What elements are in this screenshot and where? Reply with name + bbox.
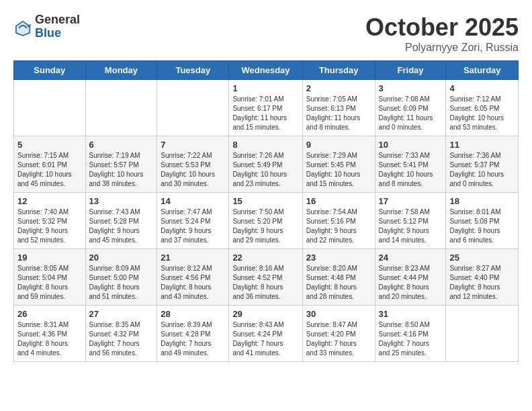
location-subtitle: Polyarnyye Zori, Russia <box>365 42 519 54</box>
calendar-cell: 3Sunrise: 7:08 AM Sunset: 6:09 PM Daylig… <box>375 80 446 136</box>
calendar-week-row: 19Sunrise: 8:05 AM Sunset: 5:04 PM Dayli… <box>14 249 519 306</box>
page-header: General Blue October 2025 Polyarnyye Zor… <box>13 13 519 54</box>
calendar-cell: 26Sunrise: 8:31 AM Sunset: 4:36 PM Dayli… <box>14 306 86 362</box>
day-info: Sunrise: 8:12 AM Sunset: 4:56 PM Dayligh… <box>161 264 225 302</box>
day-number: 10 <box>379 140 443 150</box>
day-number: 8 <box>232 140 298 150</box>
day-info: Sunrise: 8:05 AM Sunset: 5:04 PM Dayligh… <box>17 264 82 302</box>
calendar-cell: 4Sunrise: 7:12 AM Sunset: 6:05 PM Daylig… <box>446 80 519 136</box>
calendar-cell: 14Sunrise: 7:47 AM Sunset: 5:24 PM Dayli… <box>157 193 229 249</box>
day-info: Sunrise: 7:40 AM Sunset: 5:32 PM Dayligh… <box>17 208 82 245</box>
day-number: 4 <box>449 83 515 93</box>
day-number: 9 <box>306 140 371 150</box>
calendar-cell: 22Sunrise: 8:16 AM Sunset: 4:52 PM Dayli… <box>229 249 302 306</box>
calendar-cell: 18Sunrise: 8:01 AM Sunset: 5:08 PM Dayli… <box>446 193 519 249</box>
day-number: 20 <box>89 253 154 263</box>
day-number: 6 <box>89 140 154 150</box>
calendar-cell: 11Sunrise: 7:36 AM Sunset: 5:37 PM Dayli… <box>446 136 519 193</box>
logo-text: General Blue <box>35 13 80 40</box>
day-number: 12 <box>17 196 82 206</box>
calendar-cell: 1Sunrise: 7:01 AM Sunset: 6:17 PM Daylig… <box>229 80 302 136</box>
day-info: Sunrise: 7:36 AM Sunset: 5:37 PM Dayligh… <box>449 151 515 189</box>
day-info: Sunrise: 7:50 AM Sunset: 5:20 PM Dayligh… <box>232 208 298 245</box>
day-number: 3 <box>379 83 443 93</box>
day-info: Sunrise: 7:47 AM Sunset: 5:24 PM Dayligh… <box>161 208 225 245</box>
calendar-cell <box>157 80 229 136</box>
calendar-cell: 31Sunrise: 8:50 AM Sunset: 4:16 PM Dayli… <box>375 306 446 362</box>
day-number: 24 <box>379 253 443 263</box>
day-number: 13 <box>89 196 154 206</box>
day-number: 1 <box>232 83 298 93</box>
day-info: Sunrise: 8:39 AM Sunset: 4:28 PM Dayligh… <box>161 320 225 358</box>
day-info: Sunrise: 8:50 AM Sunset: 4:16 PM Dayligh… <box>379 320 443 358</box>
weekday-header: Thursday <box>302 61 375 80</box>
calendar-cell: 27Sunrise: 8:35 AM Sunset: 4:32 PM Dayli… <box>85 306 157 362</box>
day-number: 25 <box>449 253 515 263</box>
calendar-cell: 15Sunrise: 7:50 AM Sunset: 5:20 PM Dayli… <box>229 193 302 249</box>
calendar-week-row: 5Sunrise: 7:15 AM Sunset: 6:01 PM Daylig… <box>14 136 519 193</box>
day-number: 30 <box>306 309 371 319</box>
day-number: 17 <box>379 196 443 206</box>
day-number: 23 <box>306 253 371 263</box>
weekday-header: Monday <box>85 61 157 80</box>
day-info: Sunrise: 7:01 AM Sunset: 6:17 PM Dayligh… <box>232 95 298 132</box>
day-info: Sunrise: 7:15 AM Sunset: 6:01 PM Dayligh… <box>17 151 82 189</box>
day-info: Sunrise: 7:58 AM Sunset: 5:12 PM Dayligh… <box>379 208 443 245</box>
calendar-cell <box>14 80 86 136</box>
calendar-cell: 30Sunrise: 8:47 AM Sunset: 4:20 PM Dayli… <box>302 306 375 362</box>
calendar-cell: 13Sunrise: 7:43 AM Sunset: 5:28 PM Dayli… <box>85 193 157 249</box>
calendar-cell: 16Sunrise: 7:54 AM Sunset: 5:16 PM Dayli… <box>302 193 375 249</box>
day-number: 14 <box>161 196 225 206</box>
day-number: 27 <box>89 309 154 319</box>
day-info: Sunrise: 7:43 AM Sunset: 5:28 PM Dayligh… <box>89 208 154 245</box>
day-number: 2 <box>306 83 371 93</box>
weekday-header: Tuesday <box>157 61 229 80</box>
calendar-cell: 19Sunrise: 8:05 AM Sunset: 5:04 PM Dayli… <box>14 249 86 306</box>
calendar-cell: 28Sunrise: 8:39 AM Sunset: 4:28 PM Dayli… <box>157 306 229 362</box>
calendar-cell: 24Sunrise: 8:23 AM Sunset: 4:44 PM Dayli… <box>375 249 446 306</box>
day-info: Sunrise: 8:23 AM Sunset: 4:44 PM Dayligh… <box>379 264 443 302</box>
day-info: Sunrise: 8:01 AM Sunset: 5:08 PM Dayligh… <box>449 208 515 245</box>
calendar-cell: 21Sunrise: 8:12 AM Sunset: 4:56 PM Dayli… <box>157 249 229 306</box>
calendar-cell: 2Sunrise: 7:05 AM Sunset: 6:13 PM Daylig… <box>302 80 375 136</box>
weekday-header: Sunday <box>14 61 86 80</box>
day-number: 15 <box>232 196 298 206</box>
calendar-cell <box>85 80 157 136</box>
calendar-cell: 6Sunrise: 7:19 AM Sunset: 5:57 PM Daylig… <box>85 136 157 193</box>
logo-icon <box>13 19 32 38</box>
calendar-cell: 29Sunrise: 8:43 AM Sunset: 4:24 PM Dayli… <box>229 306 302 362</box>
day-info: Sunrise: 7:19 AM Sunset: 5:57 PM Dayligh… <box>89 151 154 189</box>
calendar-cell: 7Sunrise: 7:22 AM Sunset: 5:53 PM Daylig… <box>157 136 229 193</box>
calendar-cell: 9Sunrise: 7:29 AM Sunset: 5:45 PM Daylig… <box>302 136 375 193</box>
day-number: 21 <box>161 253 225 263</box>
logo: General Blue <box>13 13 80 40</box>
day-info: Sunrise: 8:20 AM Sunset: 4:48 PM Dayligh… <box>306 264 371 302</box>
calendar-header-row: SundayMondayTuesdayWednesdayThursdayFrid… <box>14 61 519 80</box>
day-number: 18 <box>449 196 515 206</box>
calendar-cell: 23Sunrise: 8:20 AM Sunset: 4:48 PM Dayli… <box>302 249 375 306</box>
day-number: 19 <box>17 253 82 263</box>
calendar-cell: 12Sunrise: 7:40 AM Sunset: 5:32 PM Dayli… <box>14 193 86 249</box>
day-info: Sunrise: 7:05 AM Sunset: 6:13 PM Dayligh… <box>306 95 371 132</box>
day-info: Sunrise: 7:29 AM Sunset: 5:45 PM Dayligh… <box>306 151 371 189</box>
logo-blue-text: Blue <box>35 27 80 40</box>
day-number: 22 <box>232 253 298 263</box>
calendar-cell: 5Sunrise: 7:15 AM Sunset: 6:01 PM Daylig… <box>14 136 86 193</box>
day-number: 16 <box>306 196 371 206</box>
calendar-cell <box>446 306 519 362</box>
calendar-cell: 25Sunrise: 8:27 AM Sunset: 4:40 PM Dayli… <box>446 249 519 306</box>
calendar-cell: 20Sunrise: 8:09 AM Sunset: 5:00 PM Dayli… <box>85 249 157 306</box>
day-info: Sunrise: 7:54 AM Sunset: 5:16 PM Dayligh… <box>306 208 371 245</box>
day-info: Sunrise: 8:27 AM Sunset: 4:40 PM Dayligh… <box>449 264 515 302</box>
calendar-cell: 8Sunrise: 7:26 AM Sunset: 5:49 PM Daylig… <box>229 136 302 193</box>
calendar-week-row: 1Sunrise: 7:01 AM Sunset: 6:17 PM Daylig… <box>14 80 519 136</box>
day-info: Sunrise: 7:33 AM Sunset: 5:41 PM Dayligh… <box>379 151 443 189</box>
title-block: October 2025 Polyarnyye Zori, Russia <box>365 13 519 54</box>
calendar-cell: 10Sunrise: 7:33 AM Sunset: 5:41 PM Dayli… <box>375 136 446 193</box>
day-info: Sunrise: 8:09 AM Sunset: 5:00 PM Dayligh… <box>89 264 154 302</box>
day-info: Sunrise: 7:26 AM Sunset: 5:49 PM Dayligh… <box>232 151 298 189</box>
day-number: 5 <box>17 140 82 150</box>
day-info: Sunrise: 7:08 AM Sunset: 6:09 PM Dayligh… <box>379 95 443 132</box>
day-info: Sunrise: 7:12 AM Sunset: 6:05 PM Dayligh… <box>449 95 515 132</box>
calendar-cell: 17Sunrise: 7:58 AM Sunset: 5:12 PM Dayli… <box>375 193 446 249</box>
